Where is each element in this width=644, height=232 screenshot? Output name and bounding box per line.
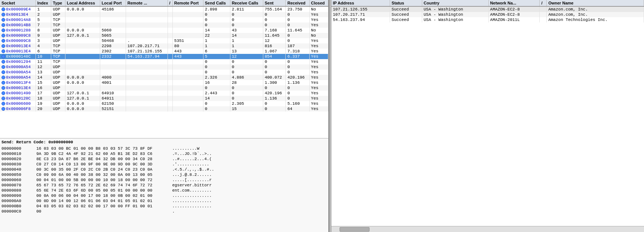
cell-recv-calls: 12 xyxy=(230,54,263,59)
hex-title: Send: Return Code: 0x00000000 xyxy=(1,140,327,144)
cell-local-port: 45186 xyxy=(100,6,126,12)
table-row[interactable]: 0x00001288 8 UDP 0.0.0.0 5060 14 43 7.16… xyxy=(0,28,328,33)
cell-local-port: 2332 xyxy=(100,54,126,59)
cell-remote-port xyxy=(172,85,203,91)
table-row[interactable]: 0x0000148C 10 TCP 2332 54.163.237.94 443… xyxy=(0,54,328,59)
cell-index: 12 xyxy=(36,64,51,70)
hex-row: 00000040 00 3C 00 35 00 2F C0 2C C0 2B C… xyxy=(1,167,327,172)
table-row[interactable]: 0x000013E4 6 TCP 2302 107.21.126.155 443… xyxy=(0,49,328,54)
col-slash2: / xyxy=(540,0,547,6)
socket-table: Socket Index Type Local Address Local Po… xyxy=(0,0,328,112)
cell-recv-calls: 15 xyxy=(230,106,263,112)
table-row[interactable]: 0x000009C8 3 UDP 50468 . 5351 1 1 12 0 Y… xyxy=(0,38,328,43)
scrollbar-thumb[interactable] xyxy=(340,227,369,232)
hex-ascii: .=...JO.!b`..>.. xyxy=(172,151,212,156)
horizontal-scrollbar[interactable] xyxy=(331,226,644,232)
cell-closed: Yes xyxy=(309,106,328,112)
ip-table-row[interactable]: 107.20.217.71 Succeed USA - Washington A… xyxy=(331,12,644,17)
cell-owner: Amazon Technologies Inc. xyxy=(547,17,644,22)
cell-slash xyxy=(168,106,172,112)
cell-send-calls: 2.443 xyxy=(203,91,230,96)
cell-recv-calls: 0 xyxy=(230,17,263,22)
table-row[interactable]: 0x00001490 17 UDP 127.0.0.1 64910 2.443 … xyxy=(0,91,328,96)
table-row[interactable]: 0x00000A54 12 UDP 0 0 0 0 Yes xyxy=(0,64,328,70)
ip-table-row[interactable]: 107.21.126.155 Succeed USA - Washington … xyxy=(331,6,644,12)
socket-icon xyxy=(1,60,5,64)
cell-index: 13 xyxy=(36,70,51,75)
hex-address: 00000070 xyxy=(1,183,31,188)
cell-local-port: 62150 xyxy=(100,101,126,106)
cell-network: AMAZON-2011L xyxy=(488,17,540,22)
cell-local-addr: 127.0.0.1 xyxy=(65,91,100,96)
socket-icon xyxy=(1,65,5,69)
cell-socket: 0x000006F8 xyxy=(0,106,36,112)
cell-remote-addr xyxy=(126,6,168,12)
cell-remote-port: 5351 xyxy=(172,38,203,43)
cell-socket: 0x0000148C xyxy=(0,54,36,59)
cell-index: 2 xyxy=(36,12,51,17)
table-row[interactable]: 0x000013E4 16 UDP 0 0 0 0 Yes xyxy=(0,85,328,91)
cell-local-addr xyxy=(65,59,100,64)
socket-icon xyxy=(1,91,5,95)
table-row[interactable]: 0x000013E4 4 TCP 2298 107.20.217.71 80 1… xyxy=(0,43,328,49)
hex-row: 00000070 65 67 73 65 72 76 65 72 2E 62 6… xyxy=(1,183,327,188)
cell-socket: 0x000013F4 xyxy=(0,80,36,85)
cell-socket: 0x00013E4 xyxy=(0,12,36,17)
cell-sent: 400.072 xyxy=(263,75,286,80)
cell-remote-addr xyxy=(126,17,168,22)
cell-send-calls: 5 xyxy=(203,54,230,59)
cell-remote-addr xyxy=(126,28,168,33)
cell-closed: Yes xyxy=(309,17,328,22)
cell-remote-port xyxy=(172,64,203,70)
socket-icon xyxy=(1,76,5,79)
hex-row: 00000050 C0 09 00 6A 00 40 00 38 00 32 0… xyxy=(1,172,327,177)
cell-type: TCP xyxy=(51,59,65,64)
hex-bytes: 65 6E 74 2E 63 6F 6D 00 05 00 05 01 00 0… xyxy=(36,188,167,193)
table-row[interactable]: 0x000009C8 9 UDP 127.0.0.1 5065 22 14 11… xyxy=(0,33,328,38)
hex-panel: Send: Return Code: 0x00000000 00000000 1… xyxy=(0,138,328,232)
cell-closed: Yes xyxy=(309,59,328,64)
cell-sent: 12 xyxy=(263,38,286,43)
cell-local-port: 4000 xyxy=(100,75,126,80)
cell-remote-addr xyxy=(126,70,168,75)
table-row[interactable]: 0x00013E4 2 UDP 0 0 0 0 Yes xyxy=(0,12,328,17)
hex-ascii: ...j.@.8.2...... xyxy=(172,172,212,177)
table-row[interactable]: 0x000006F8 20 UDP 0.0.0.0 52151 0 15 0 6… xyxy=(0,106,328,112)
hex-address: 00000040 xyxy=(1,167,31,172)
table-row[interactable]: 0x00000A54 13 UDP 0 0 0 0 Yes xyxy=(0,70,328,75)
cell-sent: 0 xyxy=(263,70,286,75)
cell-remote-addr xyxy=(126,33,168,38)
cell-country: USA - Washington xyxy=(422,17,488,22)
cell-closed: Yes xyxy=(309,38,328,43)
table-row[interactable]: 0x000013F4 15 UDP 0.0.0.0 4001 16 28 1.3… xyxy=(0,80,328,85)
cell-remote-port xyxy=(172,70,203,75)
cell-remote-port: 443 xyxy=(172,54,203,59)
table-row[interactable]: 0x000014B8 7 TCP 0 0 0 0 Yes xyxy=(0,22,328,28)
hex-row: 00000020 8E C3 23 DA 87 B6 2E BE 04 32 D… xyxy=(1,156,327,162)
hex-bytes: 00 04 01 00 00 5B 00 00 00 10 00 18 00 0… xyxy=(36,177,167,183)
cell-remote-port: 80 xyxy=(172,43,203,49)
cell-socket: 0x00006600 xyxy=(0,101,36,106)
cell-remote-port xyxy=(172,17,203,22)
cell-local-port: 64911 xyxy=(100,96,126,101)
cell-slash xyxy=(168,91,172,96)
table-row[interactable]: 0x00006600 19 UDP 0.0.0.0 62150 0 2.305 … xyxy=(0,101,328,106)
hex-ascii: .'............. xyxy=(172,162,209,167)
cell-local-addr xyxy=(65,70,100,75)
cell-socket: 0x000014B8 xyxy=(0,22,36,28)
col-slash: / xyxy=(168,0,172,6)
cell-socket: 0x000013E4 xyxy=(0,43,36,49)
table-row[interactable]: 0x0000120C 18 UDP 127.0.0.1 64911 14 0 1… xyxy=(0,96,328,101)
cell-type: TCP xyxy=(51,49,65,54)
socket-icon xyxy=(1,70,5,74)
left-panel: Socket Index Type Local Address Local Po… xyxy=(0,0,329,232)
cell-remote-port xyxy=(172,33,203,38)
table-row[interactable]: 0x00000A54 14 UDP 0.0.0.0 4000 2.326 4.8… xyxy=(0,75,328,80)
cell-local-port xyxy=(100,22,126,28)
table-row[interactable]: 0x000014A8 5 TCP 0 0 0 0 Yes xyxy=(0,17,328,22)
table-row[interactable]: 0x000009E4 1 UDP 0.0.0.0 45186 2.898 2.8… xyxy=(0,6,328,12)
cell-slash xyxy=(168,38,172,43)
cell-sent: 420.196 xyxy=(263,91,286,96)
ip-table-row[interactable]: 54.163.237.94 Succeed USA - Washington A… xyxy=(331,17,644,22)
table-row[interactable]: 0x00001294 11 TCP 0 0 0 0 Yes xyxy=(0,59,328,64)
